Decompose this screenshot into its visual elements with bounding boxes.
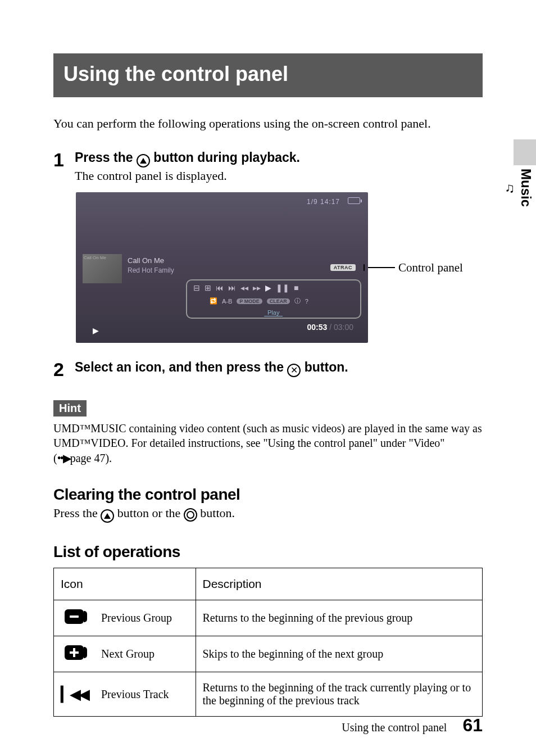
- clear-mid: button or the: [114, 506, 183, 520]
- step-1-title-post: button during playback.: [150, 150, 300, 165]
- track-title: Call On Me: [128, 256, 164, 265]
- time-display: 00:53 / 03:00: [307, 323, 353, 332]
- hint-xref: page 47).: [70, 452, 112, 464]
- play-icon: ▶: [265, 283, 271, 292]
- hint-body: UMD™MUSIC containing video content (such…: [53, 421, 483, 465]
- ab-label: A-B: [222, 298, 232, 305]
- step-1-title: Press the button during playback.: [75, 150, 483, 168]
- page-number: 61: [462, 715, 483, 736]
- table-row: Previous Group Returns to the beginning …: [54, 600, 483, 636]
- row-name: Next Group: [94, 636, 196, 672]
- footer-text: Using the control panel: [342, 721, 447, 734]
- row-desc: Returns to the beginning of the track cu…: [196, 672, 483, 717]
- header-icon: Icon: [54, 568, 196, 600]
- row-name: Previous Track: [94, 672, 196, 717]
- status-text: 1/9 14:17: [307, 198, 340, 206]
- time-total: 03:00: [334, 323, 353, 332]
- clear-pre: Press the: [53, 506, 101, 520]
- header-desc: Description: [196, 568, 483, 600]
- playing-indicator-icon: ▶: [93, 326, 99, 335]
- clear-pill: CLEAR: [267, 298, 290, 304]
- heading-list-operations: List of operations: [53, 543, 483, 561]
- time-sep: /: [327, 323, 334, 332]
- step-2-title-post: button.: [301, 360, 348, 374]
- artist-name: Red Hot Family: [128, 266, 174, 274]
- info-icon: ⓘ: [294, 297, 301, 305]
- pmode-pill: P MODE: [237, 298, 262, 304]
- x-button-icon: ✕: [287, 364, 301, 377]
- triangle-button-icon: [137, 154, 150, 168]
- hint-body-text: UMD™MUSIC containing video content (such…: [53, 422, 482, 464]
- row-name: Previous Group: [94, 600, 196, 636]
- next-track-icon: ⏭: [228, 283, 236, 292]
- panel-row-2: 🔁 A-B P MODE CLEAR ⓘ ?: [210, 297, 308, 305]
- time-current: 00:53: [307, 323, 327, 332]
- triangle-button-icon: [101, 509, 114, 523]
- callout-line: [368, 267, 395, 268]
- clear-post: button.: [197, 506, 235, 520]
- album-thumbnail: Call On Me: [83, 254, 122, 283]
- prev-track-icon: ⏮: [216, 283, 224, 292]
- battery-icon: [348, 197, 360, 204]
- row-desc: Skips to the beginning of the next group: [196, 636, 483, 672]
- intro-text: You can perform the following operations…: [53, 116, 483, 131]
- rewind-icon: ◂◂: [240, 283, 248, 292]
- step-2-title: Select an icon, and then press the ✕ but…: [75, 360, 483, 377]
- play-label: Play: [264, 309, 283, 316]
- music-player-screenshot: 1/9 14:17 Call On Me Call On Me Red Hot …: [76, 192, 368, 343]
- next-group-icon: ⊞: [205, 283, 211, 292]
- panel-row-1: ⊟ ⊞ ⏮ ⏭ ◂◂ ▸▸ ▶ ❚❚ ■: [193, 283, 298, 292]
- table-row: ▎◀◀ Previous Track Returns to the beginn…: [54, 672, 483, 717]
- callout: Control panel: [368, 261, 463, 275]
- step-1-title-pre: Press the: [75, 150, 137, 165]
- step-number: 2: [53, 360, 75, 379]
- prev-group-icon: ⊟: [193, 283, 200, 292]
- forward-icon: ▸▸: [253, 283, 261, 292]
- icon-prev-track: ▎◀◀: [54, 672, 95, 717]
- codec-badge: ATRAC: [330, 264, 356, 271]
- table-header-row: Icon Description: [54, 568, 483, 600]
- row-desc: Returns to the beginning of the previous…: [196, 600, 483, 636]
- step-number: 1: [53, 150, 75, 183]
- repeat-icon: 🔁: [210, 297, 217, 305]
- step-1-sub: The control panel is displayed.: [75, 169, 483, 183]
- icon-next-group: [54, 636, 95, 672]
- icon-prev-group: [54, 600, 95, 636]
- circle-button-icon: [184, 508, 197, 522]
- pause-icon: ❚❚: [276, 283, 289, 292]
- clearing-text: Press the button or the button.: [53, 506, 483, 523]
- step-2-title-pre: Select an icon, and then press the: [75, 360, 287, 374]
- stop-icon: ■: [294, 283, 298, 292]
- xref-arrow-icon: ••▶: [57, 452, 70, 464]
- heading-clearing: Clearing the control panel: [53, 486, 483, 504]
- operations-table: Icon Description Previous Group Returns …: [53, 568, 483, 717]
- help-icon: ?: [305, 298, 308, 305]
- step-2: 2 Select an icon, and then press the ✕ b…: [53, 360, 483, 379]
- page-footer: Using the control panel 61: [342, 715, 483, 736]
- table-row: Next Group Skips to the beginning of the…: [54, 636, 483, 672]
- screenshot-figure: 1/9 14:17 Call On Me Call On Me Red Hot …: [76, 192, 483, 343]
- callout-text: Control panel: [398, 261, 463, 275]
- step-1: 1 Press the button during playback. The …: [53, 150, 483, 183]
- page-title: Using the control panel: [53, 53, 483, 97]
- hint-label: Hint: [53, 400, 87, 417]
